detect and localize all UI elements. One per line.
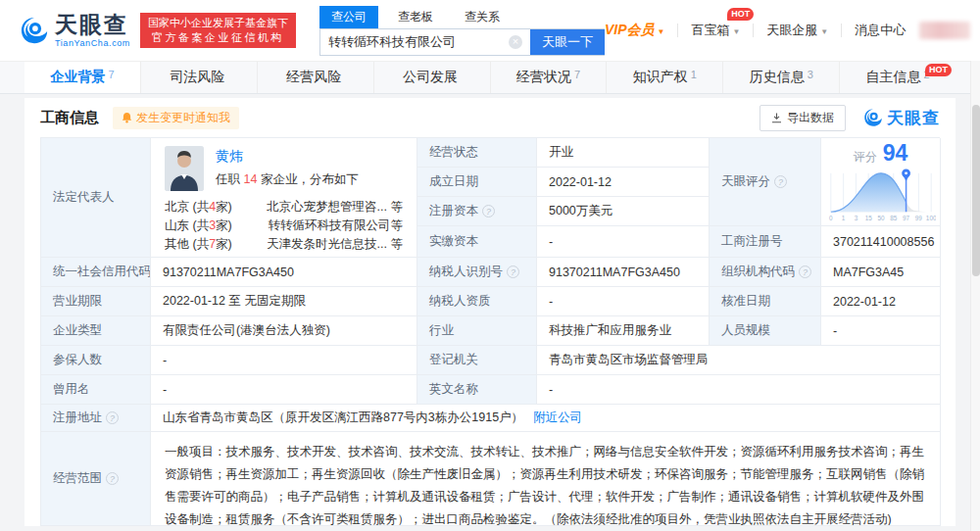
certification-badge: 国家中小企业发展子基金旗下 官方备案企业征信机构 [140,13,296,48]
divider [841,24,842,37]
english-name-value: - [537,375,941,405]
legal-rep-label: 法定代表人 [41,138,151,258]
insured-value: - [151,346,417,375]
notify-change-button[interactable]: 发生变更时通知我 [113,107,239,129]
help-icon[interactable]: ? [799,266,811,278]
distribution-row: 其他 (共7家) 天津发条时光信息技... 等 [165,235,403,254]
export-data-button[interactable]: 导出数据 [760,105,846,131]
english-name-label: 英文名称 [417,375,537,405]
company-type-value: 有限责任公司(港澳台法人独资) [151,316,417,346]
brand-domain: TianYanCha.com [55,39,130,48]
scrollbar-thumb[interactable] [972,105,980,276]
credit-code-value: 91370211MA7FG3A450 [151,258,417,287]
business-info-table: 法定代表人 黄炜 任职 14 家企 [40,137,940,526]
legal-rep-cell: 黄炜 任职 14 家企业，分布如下 北京 (共4家) 北京心宠梦想管理咨... … [151,138,417,258]
search-tab-boss[interactable]: 查老板 [386,6,445,28]
reg-no-value: 370211410008556 [821,226,941,258]
vip-member-menu[interactable]: VIP会员▼ [605,22,665,39]
help-icon[interactable]: ? [106,411,119,424]
former-name-label: 曾用名 [41,375,151,405]
approve-date-value: 2022-01-12 [821,287,941,316]
staff-size-label: 人员规模 [710,316,821,346]
reg-capital-value: 5000万美元 [537,197,710,226]
est-date-label: 成立日期 [417,168,537,197]
company-type-label: 企业类型 [41,316,151,346]
tab-judicial-risk[interactable]: 司法风险 [140,62,257,93]
paid-capital-label: 实缴资本 [417,226,537,258]
message-center-menu[interactable]: 消息中心 [855,22,906,39]
search-area: 查公司 查老板 查关系 × 天眼一下 [319,6,605,56]
scope-value: 一般项目：技术服务、技术开发、技术咨询、技术交流、技术转让、技术推广；网络与信息… [151,432,941,526]
paid-capital-value: - [537,226,710,258]
search-tab-company[interactable]: 查公司 [319,6,378,28]
reg-no-label: 工商注册号 [710,226,821,258]
address-label: 注册地址? [41,405,151,432]
tab-operation-risk[interactable]: 经营风险 [257,62,373,93]
company-nav-tabs: 企业背景7 司法风险 经营风险 公司发展 经营状况7 知识产权1 历史信息3 自… [0,61,980,94]
est-date-value: 2022-01-12 [537,168,710,197]
tianyancha-logo[interactable]: 天眼查 TianYanCha.com [20,14,130,48]
industry-label: 行业 [417,316,537,346]
distribution-company: 北京心宠梦想管理咨... 等 [267,198,403,217]
legal-rep-summary: 任职 14 家企业，分布如下 [216,171,359,188]
score-label: 天眼评分? [710,138,821,226]
download-icon [771,113,782,123]
legal-rep-name-link[interactable]: 黄炜 [216,148,359,166]
distribution-row: 山东 (共3家) 转转循环科技有限公司等 [165,217,403,235]
svg-text:3: 3 [854,215,858,221]
nearby-companies-link[interactable]: 附近公司 [533,410,582,426]
business-info-card: 工商信息 发生变更时通知我 导出数据 天眼查 [24,98,956,526]
score-chart-cell: 评分 94 [821,138,941,226]
org-code-value: MA7FG3A45 [821,258,941,287]
clear-search-icon[interactable]: × [509,35,522,49]
distribution-row: 北京 (共4家) 北京心宠梦想管理咨... 等 [165,198,403,217]
svg-text:50: 50 [877,215,885,221]
distribution-company: 天津发条时光信息技... 等 [267,235,403,254]
insured-label: 参保人数 [41,346,151,375]
top-header: 天眼查 TianYanCha.com 国家中小企业发展子基金旗下 官方备案企业征… [0,0,980,61]
staff-size-value: - [821,316,941,346]
help-icon[interactable]: ? [507,266,519,278]
watermark-logo: 天眼查 [863,107,940,129]
approve-date-label: 核准日期 [710,287,821,316]
hot-badge: HOT [727,8,754,21]
taxpayer-quality-label: 纳税人资质 [417,287,537,316]
help-icon[interactable]: ? [106,472,119,485]
scrollbar-track[interactable] [970,61,980,531]
score-pin-icon [902,169,910,180]
tab-company-background[interactable]: 企业背景7 [24,62,140,93]
caret-down-icon: ▼ [820,27,828,36]
help-icon[interactable]: ? [774,175,787,188]
svg-text:1: 1 [841,215,845,221]
treasure-box-menu[interactable]: 百宝箱▼ HOT [691,22,740,39]
brand-text: 天眼查 [55,14,130,36]
search-tab-relation[interactable]: 查关系 [453,6,512,28]
legal-rep-photo[interactable] [165,146,204,191]
biz-term-label: 营业期限 [41,287,151,316]
hot-badge: HOT [925,64,952,76]
tab-self-info[interactable]: 自主信息2 HOT [839,62,956,93]
svg-text:85: 85 [890,215,898,221]
tab-history-info[interactable]: 历史信息3 [722,62,839,93]
taxpayer-id-label: 纳税人识别号? [417,258,537,287]
distribution-company: 转转循环科技有限公司等 [269,217,404,235]
score-caption: 评分 [854,149,877,166]
svg-text:99: 99 [914,215,922,221]
tab-operation-status[interactable]: 经营状况7 [490,62,607,93]
org-code-label: 组织机构代码? [710,258,821,287]
company-search-input[interactable] [320,29,509,55]
help-icon[interactable]: ? [482,205,495,217]
watermark-logo-icon [863,108,883,127]
tab-company-development[interactable]: 公司发展 [373,62,490,93]
taxpayer-id-value: 91370211MA7FG3A450 [537,258,710,287]
industry-value: 科技推广和应用服务业 [537,316,710,346]
search-button[interactable]: 天眼一下 [530,29,605,55]
svg-text:100: 100 [925,215,935,221]
address-cell: 山东省青岛市黄岛区（原开发区漓江西路877号内3栋办公1915户） 附近公司 [151,405,941,432]
cert-line1: 国家中小企业发展子基金旗下 [148,16,288,30]
biz-status-label: 经营状态 [417,138,537,168]
enterprise-service-menu[interactable]: 天眼企服▼ [766,22,828,39]
bell-icon [122,112,132,123]
tab-intellectual-property[interactable]: 知识产权1 [606,62,722,93]
user-avatar[interactable] [919,22,970,39]
